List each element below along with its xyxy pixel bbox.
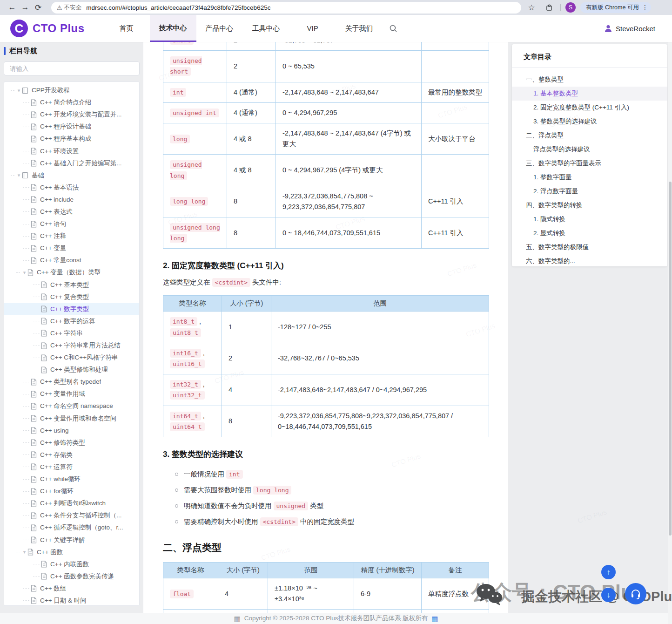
tree-item-14[interactable]: C++ 常量const — [4, 254, 139, 266]
tree-item-39[interactable]: C++ 内联函数 — [4, 558, 139, 570]
user-account[interactable]: SteveRocket — [604, 15, 655, 42]
tree-item-31[interactable]: C++ 运算符 — [4, 461, 139, 473]
bookmark-star-icon[interactable]: ☆ — [525, 1, 538, 14]
caret-down-icon[interactable]: ▾ — [21, 549, 27, 555]
scroll-to-top-button[interactable]: ↑ — [601, 565, 616, 579]
tree-item-25[interactable]: C++ 变量作用域 — [4, 388, 139, 400]
caret-down-icon[interactable]: ▾ — [21, 270, 27, 276]
tree-item-0[interactable]: ▾CPP开发教程 — [4, 84, 139, 96]
tree-item-35[interactable]: C++ 条件分支与循环控制（... — [4, 509, 139, 522]
nav-item-2[interactable]: 产品中心 — [196, 15, 243, 42]
tree-item-2[interactable]: C++ 开发环境安装与配置并... — [4, 109, 139, 121]
tree-item-22[interactable]: C++ C和C++风格字符串 — [4, 352, 139, 364]
reload-icon[interactable]: ⟳ — [32, 1, 45, 14]
more-menu-icon[interactable]: ⋮ — [642, 4, 648, 11]
toc-item-2[interactable]: 2. 固定宽度整数类型 (C++11 引入) — [512, 101, 667, 115]
inline-code: uint32_t — [170, 391, 205, 400]
tree-item-17[interactable]: C++ 复合类型 — [4, 291, 139, 303]
tree-item-42[interactable]: C++ 日期 & 时间 — [4, 595, 139, 606]
tree-item-38[interactable]: ▾C++ 函数 — [4, 546, 139, 558]
support-button[interactable] — [625, 583, 646, 604]
logo-text: CTO Plus — [33, 22, 85, 35]
tree-item-7[interactable]: ▾基础 — [4, 170, 139, 182]
nav-item-0[interactable]: 首页 — [103, 15, 150, 42]
toc-item-11[interactable]: 2. 显式转换 — [512, 226, 667, 240]
chrome-update-chip[interactable]: 有新版 Chrome 可用 ⋮ — [580, 2, 651, 13]
scrollbar-thumb[interactable] — [669, 182, 672, 536]
tree-item-30[interactable]: C++ 存储类 — [4, 449, 139, 461]
tree-item-9[interactable]: C++ include — [4, 194, 139, 206]
tree-item-40[interactable]: C++ 函数参数完美传递 — [4, 570, 139, 583]
tree-item-1[interactable]: C++ 简介特点介绍 — [4, 96, 139, 109]
tree-guide-dash — [23, 139, 29, 139]
tree-item-28[interactable]: C++ using — [4, 425, 139, 437]
toc-item-3[interactable]: 3. 整数类型的选择建议 — [512, 115, 667, 129]
tree-item-11[interactable]: C++ 语句 — [4, 218, 139, 230]
tree-item-16[interactable]: C++ 基本类型 — [4, 279, 139, 291]
tree-item-41[interactable]: C++ 数组 — [4, 583, 139, 595]
tree-item-19[interactable]: C++ 数字的运算 — [4, 315, 139, 327]
tree-item-34[interactable]: C++ 判断语句if和switch — [4, 497, 139, 509]
tree-item-21[interactable]: C++ 字符串常用方法总结 — [4, 339, 139, 352]
toc-item-5[interactable]: 浮点类型的选择建议 — [512, 142, 667, 156]
search-icon — [389, 24, 397, 33]
tree-item-32[interactable]: C++ while循环 — [4, 473, 139, 485]
tree-item-20[interactable]: C++ 字符串 — [4, 327, 139, 339]
tree-item-label: C++ 环境设置 — [40, 147, 79, 156]
tree-item-4[interactable]: C++ 程序基本构成 — [4, 133, 139, 145]
tree-item-27[interactable]: C++ 变量作用域和命名空间 — [4, 413, 139, 425]
site-security-badge[interactable]: ⚠ 不安全 — [57, 4, 81, 12]
toc-item-6[interactable]: 三、数字类型的字面量表示 — [512, 156, 667, 170]
toc-item-1[interactable]: 1. 基本整数类型 — [512, 87, 667, 101]
toc-item-10[interactable]: 1. 隐式转换 — [512, 212, 667, 226]
caret-down-icon[interactable]: ▾ — [16, 172, 22, 178]
tree-item-8[interactable]: C++ 基本语法 — [4, 182, 139, 194]
tree-guide-dash — [23, 540, 29, 540]
tree-item-10[interactable]: C++ 表达式 — [4, 206, 139, 218]
address-bar[interactable]: ⚠ 不安全 mdrsec.com/#/ctoplus_article/cecaa… — [51, 2, 521, 14]
nav-item-4[interactable]: VIP — [289, 15, 336, 42]
back-icon[interactable]: ← — [6, 1, 19, 14]
tree-item-label: C++ 程序设计基础 — [40, 122, 91, 131]
toc-item-7[interactable]: 1. 整数字面量 — [512, 170, 667, 184]
site-logo[interactable]: C CTO Plus — [10, 20, 85, 37]
toc-item-13[interactable]: 六、数字类型的... — [512, 254, 667, 266]
nav-item-5[interactable]: 关于我们 — [336, 15, 383, 42]
nav-item-1[interactable]: 技术中心 — [150, 15, 196, 42]
tree-item-15[interactable]: ▾C++ 变量（数据）类型 — [4, 266, 139, 278]
tree-item-24[interactable]: C++ 类型别名 typedef — [4, 376, 139, 388]
tree-item-13[interactable]: C++ 变量 — [4, 242, 139, 254]
tree-item-3[interactable]: C++ 程序设计基础 — [4, 121, 139, 133]
toc-item-4[interactable]: 二、浮点类型 — [512, 129, 667, 142]
extensions-icon[interactable] — [543, 1, 556, 14]
search-button[interactable] — [383, 15, 404, 42]
forward-icon[interactable]: → — [19, 1, 32, 14]
caret-down-icon[interactable]: ▾ — [16, 88, 22, 94]
tree-item-37[interactable]: C++ 关键字详解 — [4, 534, 139, 546]
tree-item-5[interactable]: C++ 环境设置 — [4, 145, 139, 157]
doc-icon — [31, 500, 37, 507]
tree-item-12[interactable]: C++ 注释 — [4, 230, 139, 242]
toc-item-9[interactable]: 四、数字类型的转换 — [512, 198, 667, 212]
toc-item-0[interactable]: 一、整数类型 — [512, 73, 667, 87]
tree-item-23[interactable]: C++ 类型修饰和处理 — [4, 364, 139, 376]
tree-item-33[interactable]: C++ for循环 — [4, 485, 139, 497]
tree-item-label: C++ 运算符 — [40, 463, 73, 471]
table-header-cell: 范围 — [271, 296, 489, 312]
toc-item-8[interactable]: 2. 浮点数字面量 — [512, 184, 667, 198]
tree-guide-dash — [23, 260, 29, 261]
profile-avatar[interactable]: S — [565, 2, 576, 13]
tree-item-36[interactable]: C++ 循环逻辑控制（goto、r... — [4, 522, 139, 534]
tree-item-label: C++ 简介特点介绍 — [40, 98, 91, 107]
tree-item-18[interactable]: C++ 数字类型 — [4, 303, 139, 315]
sidebar-search-input[interactable] — [4, 61, 140, 75]
doc-icon — [31, 512, 37, 519]
nav-item-3[interactable]: 工具中心 — [243, 15, 289, 42]
scroll-to-bottom-button[interactable]: ↓ — [601, 588, 616, 602]
tree-item-26[interactable]: C++ 命名空间 namespace — [4, 400, 139, 412]
tree-item-29[interactable]: C++ 修饰符类型 — [4, 437, 139, 449]
toc-item-12[interactable]: 五、数字类型的极限值 — [512, 240, 667, 254]
inline-code: int16_t — [170, 349, 201, 358]
tree-item-6[interactable]: C++ 基础入门之开始编写第... — [4, 157, 139, 170]
doc-icon — [31, 427, 37, 434]
